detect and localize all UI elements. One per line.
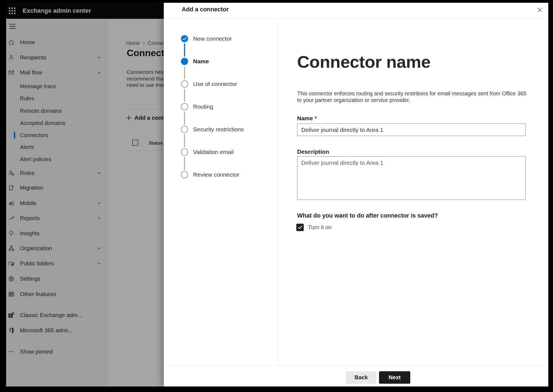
wizard-step-routing[interactable]: Routing: [193, 103, 213, 111]
wizard-step-name[interactable]: Name: [193, 58, 209, 65]
wizard-connector-line: [184, 43, 185, 57]
step-upcoming-icon: [181, 103, 188, 110]
required-mark: *: [315, 115, 317, 121]
next-button[interactable]: Next: [379, 371, 410, 384]
back-button[interactable]: Back: [346, 371, 377, 384]
wizard-step-security-restrictions[interactable]: Security restrictions: [193, 126, 244, 133]
step-upcoming-icon: [181, 80, 188, 88]
turn-it-on-checkbox[interactable]: [296, 224, 304, 231]
dialog-header-divider: [164, 18, 548, 18]
wizard-step-new-connector[interactable]: New connector: [193, 35, 232, 43]
wizard-connector-line: [184, 89, 185, 102]
dialog-title: Add a connector: [182, 6, 229, 13]
step-upcoming-icon: [181, 126, 188, 133]
wizard-connector-line: [184, 157, 185, 170]
description-label-text: Description: [297, 148, 329, 155]
description-field-label: Description: [297, 148, 329, 155]
wizard-page-heading: Connector name: [297, 52, 430, 72]
wizard-step-validation-email[interactable]: Validation email: [193, 148, 234, 156]
wizard-description-line: This connector enforces routing and secu…: [297, 90, 526, 97]
name-label-text: Name: [297, 115, 313, 121]
turn-it-on-label: Turn it on: [308, 224, 332, 231]
wizard-step-review-connector[interactable]: Review connector: [193, 171, 239, 179]
step-upcoming-icon: [181, 148, 188, 156]
name-field-label: Name*: [297, 115, 317, 122]
dialog-footer-divider: [164, 366, 548, 366]
after-save-question: What do you want to do after connector i…: [297, 212, 438, 219]
step-completed-icon: [181, 35, 188, 42]
name-input[interactable]: [297, 124, 526, 136]
close-icon[interactable]: [536, 6, 544, 14]
application-window: Exchange admin center Home Recipients Ma…: [6, 3, 548, 386]
wizard-connector-line: [184, 111, 185, 125]
step-current-icon: [181, 58, 188, 65]
wizard-step-use-of-connector[interactable]: Use of connector: [193, 80, 237, 88]
description-textarea[interactable]: Deliver journal directly to Area 1: [297, 156, 526, 200]
wizard-connector-line: [184, 66, 185, 79]
wizard-connector-line: [184, 134, 185, 147]
wizard-description-line: to your partner organization or service …: [297, 97, 526, 104]
wizard-content-divider: [277, 18, 278, 366]
wizard-page-description: This connector enforces routing and secu…: [297, 90, 526, 104]
add-connector-dialog: Add a connector New connector Name Use o…: [164, 3, 548, 386]
step-upcoming-icon: [181, 171, 188, 178]
